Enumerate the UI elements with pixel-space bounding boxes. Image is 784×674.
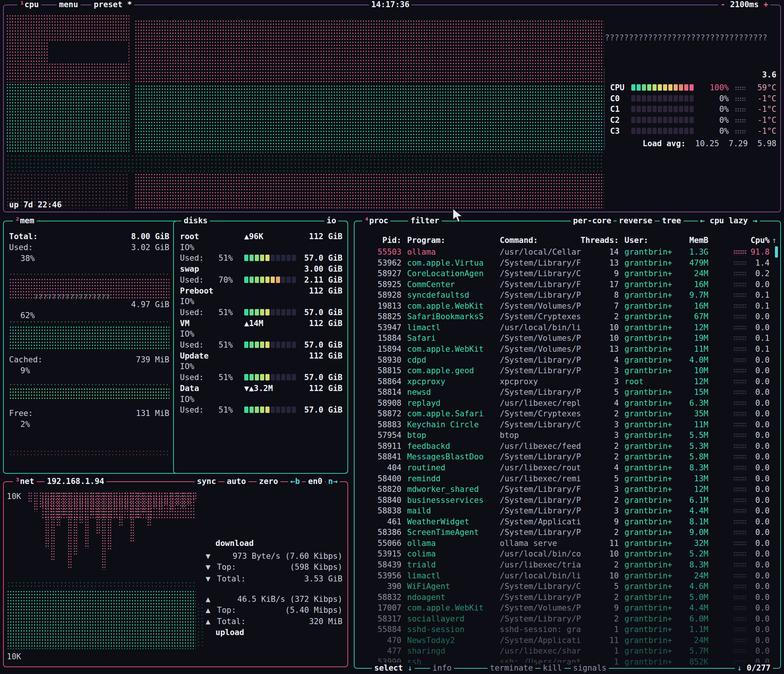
proc-cpu: 0.0	[748, 570, 770, 581]
process-row[interactable]: 404routined/usr/libexec/rout4grantbrin+8…	[355, 463, 780, 473]
process-row[interactable]: 470NewsToday2/System/Applicati11grantbri…	[355, 635, 780, 646]
process-row[interactable]: 53947limactl/usr/local/bin/li10grantbrin…	[355, 322, 780, 333]
meter-block	[658, 117, 662, 123]
process-row[interactable]: 58840businessservices/System/Library/P2g…	[355, 495, 780, 505]
process-row[interactable]: 58911feedbackd/usr/libexec/feed2grantbri…	[355, 441, 780, 452]
proc-threads: 3	[580, 376, 619, 387]
process-row[interactable]: 58872com.apple.Safari/System/Cryptexes2g…	[355, 408, 780, 419]
net-auto-toggle[interactable]: auto	[224, 476, 248, 487]
proc-program: ollama	[407, 538, 498, 548]
net-sync-toggle[interactable]: sync	[195, 476, 218, 487]
proc-cpu-minigraph	[733, 455, 746, 460]
proc-box-title[interactable]: ⁴proc	[362, 215, 390, 226]
process-row[interactable]: 58930cdpd/System/Library/P4grantbrin+4.0…	[355, 355, 780, 365]
process-row[interactable]: 57954btopbtop3grantbrin+5.5M0.0	[355, 430, 780, 441]
sort-next-button[interactable]: →	[753, 216, 758, 225]
cpu-core-minigraph	[735, 119, 745, 123]
process-row[interactable]: 15884Safari/System/Volumes/P10grantbrin+…	[355, 333, 780, 343]
process-row[interactable]: 58927CoreLocationAgen/System/Library/C9g…	[355, 268, 780, 279]
process-row[interactable]: 461WeatherWidget/System/Applicati9grantb…	[355, 516, 780, 527]
proc-program: com.apple.Virtua	[407, 258, 498, 268]
disks-io-toggle[interactable]: io	[324, 215, 338, 226]
proc-pid: 58838	[360, 505, 401, 516]
proc-filter-button[interactable]: filter	[408, 215, 442, 226]
proc-scrollbar-thumb[interactable]	[775, 246, 778, 258]
process-row[interactable]: 58928syncdefaultsd/System/Library/P8gran…	[355, 290, 780, 300]
net-stat-row: ▼973 Byte/s (7.60 Kibps)	[204, 551, 346, 561]
process-row[interactable]: 17007com.apple.WebKit/System/Volumes/P9g…	[355, 603, 780, 613]
process-row[interactable]: 477sharingd/usr/libexec/shar1grantbrin+5…	[355, 646, 780, 656]
cpu-core-meter	[631, 117, 694, 123]
meter-block	[286, 276, 291, 283]
meter-block	[265, 407, 269, 413]
graph-mask	[49, 41, 128, 64]
process-row[interactable]: 19813com.apple.WebKit/System/Volumes/P7g…	[355, 301, 780, 311]
process-row[interactable]: 58820mdworker_shared/System/Library/F3gr…	[355, 484, 780, 495]
proc-program: com.apple.WebKit	[407, 344, 498, 354]
process-row[interactable]: 15894com.apple.WebKit/System/Volumes/P13…	[355, 344, 780, 354]
proc-info-hint[interactable]: info	[430, 663, 454, 673]
disk-used-row: Used:51%57.0 GiB	[174, 405, 347, 415]
proc-mem: 8.3M	[670, 559, 708, 570]
rate-decrease-button[interactable]: -	[720, 0, 725, 9]
disks-box-title[interactable]: disks	[182, 215, 210, 226]
preset-button[interactable]: preset *	[92, 0, 134, 10]
proc-pid: 55066	[360, 538, 401, 548]
net-zero-toggle[interactable]: zero	[257, 476, 280, 487]
net-download-column	[51, 492, 54, 561]
process-row[interactable]: 58864xpcproxyxpcproxy3root12M0.0	[355, 376, 780, 387]
proc-threads: 2	[580, 613, 619, 624]
sort-prev-button[interactable]: ←	[700, 216, 705, 225]
process-row[interactable]: 55884sshd-sessionsshd-session: gra1grant…	[355, 624, 780, 635]
process-row[interactable]: 53962com.apple.Virtua/System/Library/F13…	[355, 258, 780, 268]
proc-reverse-toggle[interactable]: reverse	[616, 215, 655, 226]
disk-used-meter	[244, 309, 296, 315]
process-row[interactable]: 58883Keychain Circle/System/Library/C3gr…	[355, 419, 780, 430]
net-stat-row: ▼Total:3.53 GiB	[204, 573, 346, 584]
net-download-column	[124, 492, 128, 509]
proc-mem: 5.5M	[670, 430, 708, 441]
meter-block	[255, 407, 259, 413]
process-row[interactable]: 58400remindd/usr/libexec/remi5grantbrin+…	[355, 474, 780, 484]
proc-mem: 6.0M	[670, 613, 708, 624]
process-row[interactable]: 55503ollama/usr/local/Cellar14grantbrin+…	[355, 247, 780, 257]
proc-select-hint[interactable]: select ↓	[372, 663, 415, 673]
process-row[interactable]: 53956limactl/usr/local/bin/li10grantbrin…	[355, 570, 780, 581]
process-row[interactable]: 58841MessagesBlastDoo/System/Library/P2g…	[355, 452, 780, 462]
process-row[interactable]: 55066ollamaollama serve11grantbrin+32M0.…	[355, 538, 780, 548]
rate-increase-button[interactable]: +	[764, 0, 768, 9]
process-row[interactable]: 58832ndoagent/System/Library/P2grantbrin…	[355, 592, 780, 603]
net-box-title[interactable]: ³net	[13, 476, 37, 487]
proc-terminate-hint[interactable]: terminate	[488, 663, 535, 673]
proc-mem: 9.0M	[670, 527, 708, 537]
process-row[interactable]: 58439triald/usr/libexec/tria2grantbrin+8…	[355, 559, 780, 570]
proc-threads: 1	[580, 624, 619, 635]
process-row[interactable]: 58386ScreenTimeAgent/System/Library/P2gr…	[355, 527, 780, 537]
proc-signals-hint[interactable]: signals	[571, 663, 609, 673]
proc-mem: 5.2M	[670, 548, 708, 559]
process-row[interactable]: 390WiFiAgent/System/Library/C5grantbrin+…	[355, 581, 780, 592]
process-row[interactable]: 58838maild/System/Library/P3grantbrin+4.…	[355, 505, 780, 516]
mem-box-title[interactable]: ²mem	[13, 215, 37, 226]
proc-per-core-toggle[interactable]: per-core	[571, 215, 613, 226]
process-row[interactable]: 58317sociallayerd/System/Library/P2grant…	[355, 613, 780, 624]
proc-program: MessagesBlastDoo	[407, 452, 498, 462]
process-row[interactable]: 58825SafariBookmarksS/System/Cryptexes2g…	[355, 311, 780, 322]
net-next-interface-button[interactable]: n→	[326, 476, 340, 487]
meter-block	[679, 106, 683, 112]
net-download-column	[62, 492, 66, 516]
meter-block	[684, 117, 688, 123]
process-row[interactable]: 58925CommCenter/System/Library/F17grantb…	[355, 279, 780, 290]
process-row[interactable]: 58814newsd/System/Library/P5grantbrin+15…	[355, 387, 780, 398]
menu-button[interactable]: menu	[57, 0, 81, 10]
proc-cpu: 0.0	[748, 592, 770, 603]
process-row[interactable]: 53990sshssh: /Users/grant1grantbrin+852K…	[355, 657, 780, 667]
process-row[interactable]: 53915colima/usr/local/bin/co10grantbrin+…	[355, 548, 780, 559]
process-row[interactable]: 58908replayd/usr/libexec/repl4grantbrin+…	[355, 398, 780, 408]
process-row[interactable]: 58815com.apple.geod/System/Library/P3gra…	[355, 365, 780, 376]
proc-kill-hint[interactable]: kill	[541, 663, 565, 673]
net-prev-interface-button[interactable]: ←b	[288, 476, 302, 487]
proc-tree-toggle[interactable]: tree	[660, 215, 683, 226]
cpu-box-title[interactable]: ¹cpu	[17, 0, 41, 10]
proc-mem: 8.1M	[670, 516, 708, 527]
